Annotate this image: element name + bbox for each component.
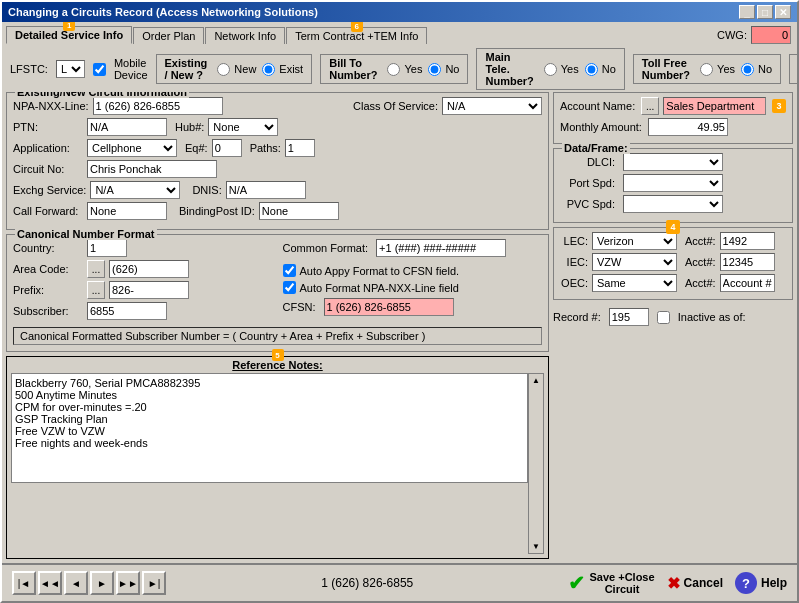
main-yes-radio[interactable] (544, 63, 557, 76)
tab-term-contract[interactable]: 6 Term Contract +TEM Info (286, 27, 427, 44)
main-yes-label[interactable]: Yes (544, 63, 579, 76)
title-bar-buttons: _ □ ✕ (739, 5, 791, 19)
dnis-label: DNIS: (192, 184, 221, 196)
application-select[interactable]: Cellphone (87, 139, 177, 157)
record-input[interactable] (609, 308, 649, 326)
pvc-spd-select[interactable] (623, 195, 723, 213)
application-row: Application: Cellphone Eq#: Paths: (13, 139, 345, 157)
paths-input[interactable] (285, 139, 315, 157)
main-tele-label: Main Tele. Number? (485, 51, 533, 87)
auto-cfsn-checkbox[interactable] (283, 264, 296, 277)
eq-input[interactable] (212, 139, 242, 157)
lfstc-label: LFSTC: (10, 63, 48, 75)
exchg-label: Exchg Service: (13, 184, 86, 196)
maximize-button[interactable]: □ (757, 5, 773, 19)
tab-badge-6: 6 (351, 22, 363, 32)
scroll-down-icon[interactable]: ▼ (532, 542, 540, 551)
nav-last-button[interactable]: ►| (142, 571, 166, 595)
ptn-input[interactable] (87, 118, 167, 136)
hub-select[interactable]: None (208, 118, 278, 136)
country-input[interactable] (87, 239, 127, 257)
auto-cfsn-row: Auto Appy Format to CFSN field. (283, 264, 543, 277)
account-name-row: Account Name: ... 3 (560, 97, 786, 115)
iec-row: IEC: VZW Acct#: (560, 253, 786, 271)
cancel-button[interactable]: ✖ Cancel (667, 574, 723, 593)
toll-no-label[interactable]: No (741, 63, 772, 76)
binding-label: BindingPost ID: (179, 205, 255, 217)
iec-label: IEC: (560, 256, 588, 268)
bill-no-radio[interactable] (428, 63, 441, 76)
tab-order-plan[interactable]: Order Plan (133, 27, 204, 44)
main-no-radio[interactable] (585, 63, 598, 76)
circuit-no-row: Circuit No: (13, 160, 345, 178)
iec-select[interactable]: VZW (592, 253, 677, 271)
class-select[interactable]: N/A (442, 97, 542, 115)
mobile-device-checkbox[interactable] (93, 63, 106, 76)
subscriber-input[interactable] (87, 302, 167, 320)
prefix-row: Prefix: ... (13, 281, 273, 299)
lfstc-select[interactable]: L (56, 60, 85, 78)
bill-yes-label[interactable]: Yes (387, 63, 422, 76)
close-button[interactable]: ✕ (775, 5, 791, 19)
new-radio-label[interactable]: New (217, 63, 256, 76)
exchg-select[interactable]: N/A (90, 181, 180, 199)
country-row: Country: (13, 239, 273, 257)
nav-next-button[interactable]: ► (90, 571, 114, 595)
lec-acct-input[interactable] (720, 232, 775, 250)
nav-first-button[interactable]: |◄ (12, 571, 36, 595)
window-title: Changing a Circuits Record (Access Netwo… (8, 6, 318, 18)
callfwd-input[interactable] (87, 202, 167, 220)
reference-notes-group: 5 Reference Notes: ▲ ▼ (6, 356, 549, 559)
account-name-input[interactable] (663, 97, 766, 115)
npa-input[interactable] (93, 97, 223, 115)
oec-select[interactable]: Same (592, 274, 677, 292)
oec-acct-input[interactable] (720, 274, 775, 292)
monthly-input[interactable] (648, 118, 728, 136)
exist-radio[interactable] (262, 63, 275, 76)
dlci-select[interactable] (623, 153, 723, 171)
tab-detailed-service[interactable]: 1 Detailed Service Info (6, 26, 132, 44)
new-radio[interactable] (217, 63, 230, 76)
nav-next-fast-button[interactable]: ►► (116, 571, 140, 595)
port-spd-select[interactable] (623, 174, 723, 192)
area-code-btn[interactable]: ... (87, 260, 105, 278)
inactive-checkbox[interactable] (657, 311, 670, 324)
bill-to-group: Bill To Number? Yes No (320, 54, 468, 84)
cwg-input[interactable]: 0 (751, 26, 791, 44)
bill-yes-radio[interactable] (387, 63, 400, 76)
nav-prev-fast-button[interactable]: ◄◄ (38, 571, 62, 595)
port-spd-label: Port Spd: (560, 177, 615, 189)
main-no-label[interactable]: No (585, 63, 616, 76)
account-name-btn[interactable]: ... (641, 97, 659, 115)
toll-yes-label[interactable]: Yes (700, 63, 735, 76)
dialing-group: 10XXX Dialing Yes No (789, 54, 797, 84)
cfsn-input[interactable] (324, 298, 454, 316)
lec-select[interactable]: Verizon (592, 232, 677, 250)
tab-network-info[interactable]: Network Info (205, 27, 285, 44)
iec-acct-input[interactable] (720, 253, 775, 271)
toll-yes-radio[interactable] (700, 63, 713, 76)
minimize-button[interactable]: _ (739, 5, 755, 19)
exist-radio-label[interactable]: Exist (262, 63, 303, 76)
account-name-label: Account Name: (560, 100, 635, 112)
common-format-input[interactable] (376, 239, 506, 257)
save-close-button[interactable]: ✔ Save +Close Circuit (568, 571, 654, 595)
help-button[interactable]: ? Help (735, 572, 787, 594)
scroll-up-icon[interactable]: ▲ (532, 376, 540, 385)
iec-acct-label: Acct#: (685, 256, 716, 268)
scrollbar[interactable]: ▲ ▼ (528, 373, 544, 554)
toll-no-radio[interactable] (741, 63, 754, 76)
prefix-btn[interactable]: ... (87, 281, 105, 299)
area-code-input[interactable] (109, 260, 189, 278)
auto-npa-checkbox[interactable] (283, 281, 296, 294)
binding-input[interactable] (259, 202, 339, 220)
bill-no-label[interactable]: No (428, 63, 459, 76)
prefix-input[interactable] (109, 281, 189, 299)
dnis-input[interactable] (226, 181, 306, 199)
eq-label: Eq#: (185, 142, 208, 154)
nav-prev-button[interactable]: ◄ (64, 571, 88, 595)
reference-notes-textarea[interactable] (11, 373, 528, 483)
monthly-label: Monthly Amount: (560, 121, 642, 133)
circuit-no-input[interactable] (87, 160, 217, 178)
dlci-label: DLCI: (560, 156, 615, 168)
